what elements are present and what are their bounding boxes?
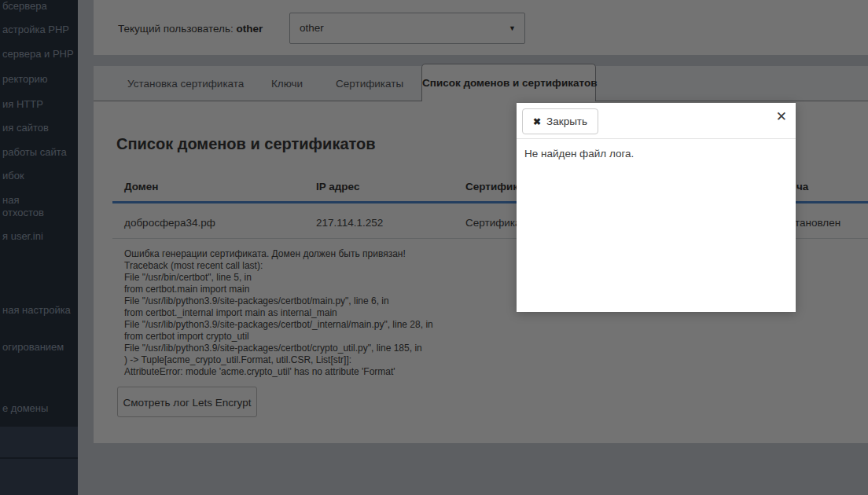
- close-x-icon: ✖: [533, 116, 541, 127]
- log-modal-message: Не найден файл лога.: [524, 148, 634, 160]
- log-modal-header: ✖ Закрыть ✕: [517, 103, 796, 139]
- modal-close-button[interactable]: ✖ Закрыть: [522, 108, 598, 134]
- app-screen: бсервера астройка PHP сервера и PHP рект…: [0, 0, 868, 495]
- modal-close-button-label: Закрыть: [546, 116, 587, 127]
- log-modal: ✖ Закрыть ✕ Не найден файл лога.: [517, 103, 796, 312]
- modal-corner-close-icon[interactable]: ✕: [776, 110, 787, 123]
- log-modal-body: Не найден файл лога.: [517, 139, 796, 168]
